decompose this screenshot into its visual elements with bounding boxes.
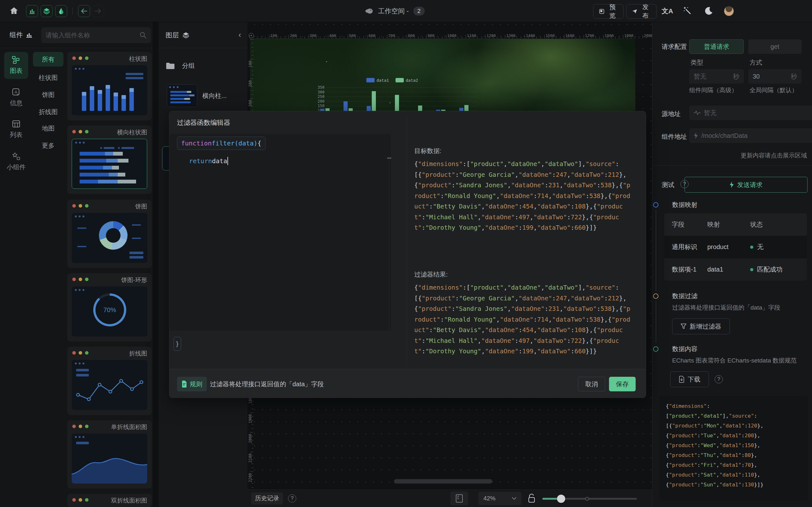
save-button[interactable]: 保存 [609,377,636,391]
zoom-select[interactable]: 42% [478,492,521,505]
line-thumb-chart [75,373,144,407]
layers-header: 图层 ‹ [159,22,247,48]
layer-group-row[interactable]: 分组 [165,61,195,70]
cancel-button[interactable]: 取消 [578,377,605,391]
component-address-label: 组件地址 [662,132,687,141]
code-line-return[interactable]: return data [189,157,228,165]
component-card-ring[interactable]: 饼图-环形 70% [67,273,152,342]
bolt-icon [694,132,698,139]
component-card-hbar[interactable]: 横向柱状图 [67,125,152,194]
ring-gauge: 70% [93,293,126,326]
toggle-details-panel-button[interactable] [55,5,67,17]
component-card-area2[interactable]: 双折线面积图 [67,494,152,507]
undo-button[interactable] [78,5,90,17]
user-avatar[interactable] [724,6,734,16]
component-card-area[interactable]: 单折线面积图 [67,420,152,489]
data-content-json: {"dimensions": ["product","data1"],"sour… [659,396,808,501]
bar-chart-icon [26,32,32,38]
timeline-node-content [653,346,658,352]
global-interval-input[interactable]: 30秒 [748,69,802,83]
unlock-icon[interactable] [528,493,536,503]
window-icon [599,8,604,14]
component-card-pie[interactable]: 饼图 [67,200,152,268]
component-search-input[interactable] [46,32,140,39]
sidebar-tab-widgets[interactable]: 小组件 [4,152,28,171]
card-header: 折线图 [67,347,152,359]
horizontal-ruler: 1002003004005006007008009001000110012001… [247,32,652,39]
toggle-components-panel-button[interactable] [26,5,38,17]
card-title: 双折线面积图 [111,497,147,505]
zoom-slider-midpoint [585,497,589,501]
request-method-select[interactable]: get [748,39,802,54]
component-interval-input[interactable]: 暂无秒 [689,69,744,83]
preview-button[interactable]: 预览 [593,4,623,19]
file-download-icon [679,376,684,383]
component-address-input[interactable]: /mock/chartData [689,128,812,143]
content-help-icon[interactable]: ? [715,375,723,383]
charts-tab-label: 图表 [10,66,22,75]
component-card-bar[interactable]: 柱状图 [67,52,152,120]
zoom-slider[interactable] [542,498,637,500]
hbar-thumb-chart [78,147,144,185]
rule-badge-label: 规则 [190,380,202,389]
card-title: 单折线面积图 [111,423,147,431]
area-thumb-chart [72,449,147,484]
category-pie[interactable]: 饼图 [33,91,63,99]
category-more[interactable]: 更多 [33,141,63,150]
layer-item-row[interactable]: 横向柱... [167,84,227,107]
page-panel-button[interactable] [450,492,468,505]
bolt-icon [729,181,734,188]
svg-text:350: 350 [317,85,324,90]
redo-button[interactable] [92,5,104,17]
category-all[interactable]: 所有 [33,52,63,66]
search-icon[interactable] [140,32,147,39]
horizontal-scrollbar[interactable] [394,479,492,484]
charts-tab-icon [12,56,20,64]
send-icon [632,9,637,14]
source-address-input[interactable]: 暂无 [689,106,812,120]
publish-button[interactable]: 发布 [626,4,657,19]
request-type-select[interactable]: 普通请求 [689,39,744,54]
funnel-icon [681,324,687,329]
editor-scrollbar-thumb[interactable] [387,158,392,159]
history-button[interactable]: 历史记录 [251,493,283,504]
global-interval-label: 全局间隔（默认） [750,86,798,95]
list-tab-icon [12,120,20,128]
language-icon[interactable]: 文A [662,7,673,15]
app-root: data1data2350300250200150100 10020030040… [0,0,812,507]
add-filter-button[interactable]: 新增过滤器 [672,319,730,334]
dark-mode-moon-icon[interactable] [705,7,713,15]
sidebar-tab-charts[interactable]: 图表 [4,52,28,79]
toggle-layers-panel-button[interactable] [41,5,53,17]
svg-text:200: 200 [317,99,324,104]
svg-text:data2: data2 [406,78,418,83]
sidebar-tab-info[interactable]: A 信息 [4,88,28,107]
zoom-slider-thumb[interactable] [557,495,565,503]
svg-text:150: 150 [317,104,324,108]
magic-wand-icon[interactable] [683,7,692,15]
component-card-line[interactable]: 折线图 [67,347,152,415]
category-bar[interactable]: 柱状图 [33,73,63,82]
download-button[interactable]: 下载 [670,372,709,387]
modal-divider [407,116,407,368]
component-search-box[interactable] [41,27,151,43]
workspace-count-badge: 2 [413,7,425,15]
filter-result-json: {"dimensions":["product","dataOne","data… [414,282,633,367]
home-icon[interactable] [9,7,18,15]
card-title: 饼图 [135,203,147,211]
preview-label: 预览 [607,3,618,20]
sidebar-header: 组件 [0,22,152,48]
sidebar-title: 组件 [9,31,23,39]
data-content-subtitle: ECharts 图表需符合 ECharts-setdata 数据规范 [672,356,797,365]
category-map[interactable]: 地图 [33,124,63,133]
card-thumbnail-bar [72,65,147,115]
data-mapping-table: 字段 映射 状态 通用标识 product 无 数据项-1 data1 匹配成功 [664,213,807,281]
help-icon[interactable]: ? [288,494,296,503]
send-request-button[interactable]: 发送请求 [684,177,808,193]
sidebar-tab-list[interactable]: 列表 [4,120,28,139]
layers-panel-icon [43,8,50,14]
info-tab-label: 信息 [10,99,22,107]
category-line[interactable]: 折线图 [33,108,63,116]
zoom-value: 42% [484,495,496,502]
collapse-panel-icon[interactable]: ‹ [239,31,241,39]
